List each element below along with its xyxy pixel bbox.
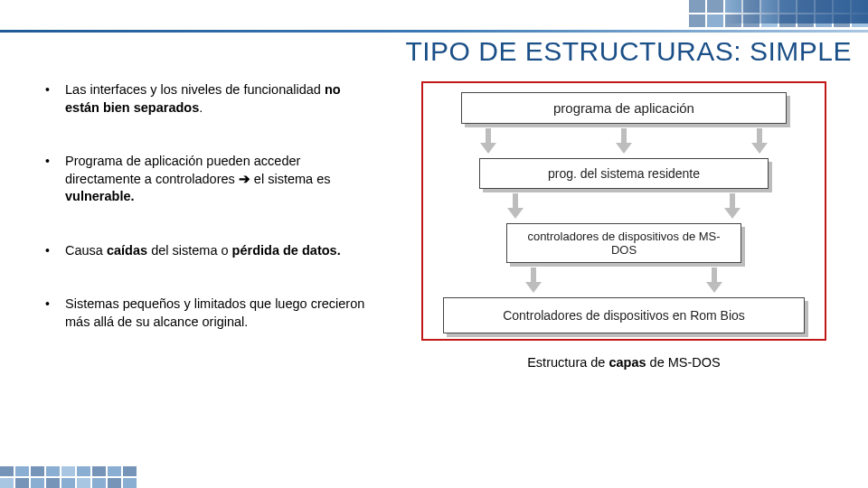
bullet-text: Sistemas pequeños y limitados que luego … bbox=[65, 296, 364, 329]
bullet-text: el sistema es bbox=[250, 172, 331, 186]
diagram-arrow-row bbox=[533, 265, 714, 296]
decor-bottom-squares bbox=[0, 466, 136, 488]
content-area: Las interfaces y los niveles de funciona… bbox=[45, 81, 841, 461]
bullet-text: . bbox=[199, 100, 203, 115]
diagram-layer-application: programa de aplicación bbox=[461, 92, 787, 124]
decor-top-line bbox=[0, 30, 868, 33]
diagram-layer-rom-bios: Controladores de dispositivos en Rom Bio… bbox=[443, 297, 805, 333]
bullet-text: Causa bbox=[65, 243, 107, 258]
bullet-item: Sistemas pequeños y limitados que luego … bbox=[45, 296, 371, 331]
bullet-text: del sistema o bbox=[147, 243, 232, 258]
diagram-arrow-row bbox=[515, 191, 732, 221]
page-title: TIPO DE ESTRUCTURAS: SIMPLE bbox=[0, 36, 852, 67]
caption-text: Estructura de bbox=[527, 355, 609, 370]
bullet-bold: vulnerable. bbox=[65, 189, 135, 203]
decor-top-gradient bbox=[723, 0, 868, 23]
diagram-caption: Estructura de capas de MS-DOS bbox=[527, 355, 721, 370]
bullet-text: Las interfaces y los niveles de funciona… bbox=[65, 82, 325, 97]
bullet-item: Las interfaces y los niveles de funciona… bbox=[45, 81, 371, 117]
bullet-list: Las interfaces y los niveles de funciona… bbox=[45, 81, 371, 332]
bullet-item: Causa caídas del sistema o pérdida de da… bbox=[45, 242, 371, 260]
diagram-column: programa de aplicación prog. del sistema… bbox=[407, 81, 841, 461]
caption-bold: capas bbox=[609, 355, 646, 370]
bullet-bold: caídas bbox=[107, 243, 147, 258]
diagram-layer-msdos-drivers: controladores de dispositivos de MS-DOS bbox=[506, 223, 741, 263]
caption-text: de MS-DOS bbox=[646, 355, 721, 370]
arrow-right-icon: ➔ bbox=[239, 172, 250, 186]
diagram-arrow-row bbox=[488, 126, 760, 156]
diagram-frame: programa de aplicación prog. del sistema… bbox=[421, 81, 826, 341]
bullet-bold: pérdida de datos. bbox=[232, 243, 341, 258]
bullet-column: Las interfaces y los niveles de funciona… bbox=[45, 81, 371, 461]
bullet-item: Programa de aplicación pueden acceder di… bbox=[45, 153, 371, 206]
diagram-layer-system-resident: prog. del sistema residente bbox=[479, 158, 769, 189]
